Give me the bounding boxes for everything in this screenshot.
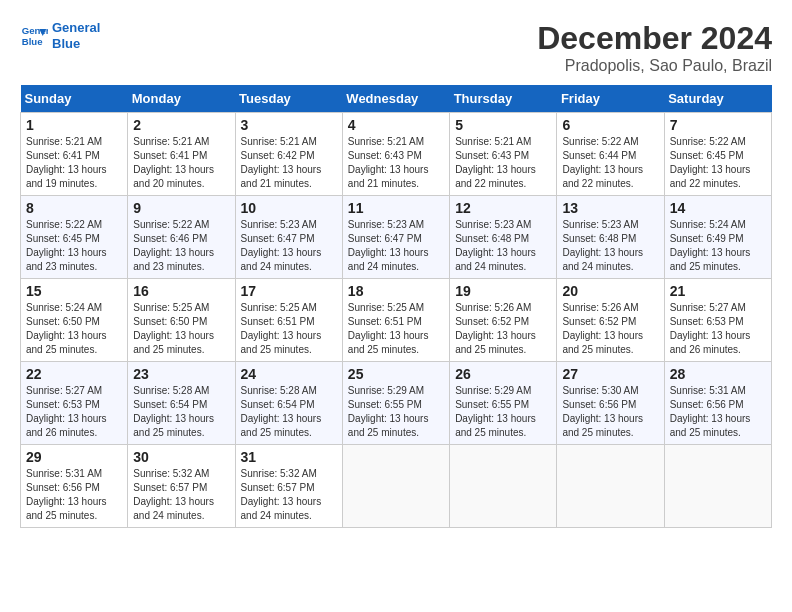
day-number: 30 [133,449,229,465]
calendar-cell: 6Sunrise: 5:22 AM Sunset: 6:44 PM Daylig… [557,113,664,196]
day-info: Sunrise: 5:29 AM Sunset: 6:55 PM Dayligh… [455,384,551,440]
calendar-table: SundayMondayTuesdayWednesdayThursdayFrid… [20,85,772,528]
day-info: Sunrise: 5:32 AM Sunset: 6:57 PM Dayligh… [241,467,337,523]
calendar-cell: 24Sunrise: 5:28 AM Sunset: 6:54 PM Dayli… [235,362,342,445]
calendar-cell: 13Sunrise: 5:23 AM Sunset: 6:48 PM Dayli… [557,196,664,279]
day-number: 24 [241,366,337,382]
calendar-header-row: SundayMondayTuesdayWednesdayThursdayFrid… [21,85,772,113]
calendar-week-4: 22Sunrise: 5:27 AM Sunset: 6:53 PM Dayli… [21,362,772,445]
day-info: Sunrise: 5:28 AM Sunset: 6:54 PM Dayligh… [241,384,337,440]
day-info: Sunrise: 5:21 AM Sunset: 6:41 PM Dayligh… [133,135,229,191]
calendar-cell: 10Sunrise: 5:23 AM Sunset: 6:47 PM Dayli… [235,196,342,279]
calendar-week-2: 8Sunrise: 5:22 AM Sunset: 6:45 PM Daylig… [21,196,772,279]
calendar-cell: 25Sunrise: 5:29 AM Sunset: 6:55 PM Dayli… [342,362,449,445]
day-info: Sunrise: 5:23 AM Sunset: 6:47 PM Dayligh… [241,218,337,274]
day-number: 2 [133,117,229,133]
day-number: 29 [26,449,122,465]
day-info: Sunrise: 5:32 AM Sunset: 6:57 PM Dayligh… [133,467,229,523]
logo-text: GeneralBlue [52,20,100,51]
title-area: December 2024 Pradopolis, Sao Paulo, Bra… [537,20,772,75]
calendar-cell: 2Sunrise: 5:21 AM Sunset: 6:41 PM Daylig… [128,113,235,196]
day-info: Sunrise: 5:25 AM Sunset: 6:51 PM Dayligh… [348,301,444,357]
day-number: 9 [133,200,229,216]
day-number: 5 [455,117,551,133]
day-info: Sunrise: 5:24 AM Sunset: 6:49 PM Dayligh… [670,218,766,274]
day-info: Sunrise: 5:21 AM Sunset: 6:43 PM Dayligh… [348,135,444,191]
calendar-cell: 18Sunrise: 5:25 AM Sunset: 6:51 PM Dayli… [342,279,449,362]
day-number: 4 [348,117,444,133]
calendar-cell [342,445,449,528]
day-number: 20 [562,283,658,299]
day-number: 31 [241,449,337,465]
logo: General Blue GeneralBlue [20,20,100,51]
header-day-thursday: Thursday [450,85,557,113]
calendar-cell: 12Sunrise: 5:23 AM Sunset: 6:48 PM Dayli… [450,196,557,279]
main-title: December 2024 [537,20,772,57]
calendar-cell: 4Sunrise: 5:21 AM Sunset: 6:43 PM Daylig… [342,113,449,196]
calendar-cell: 23Sunrise: 5:28 AM Sunset: 6:54 PM Dayli… [128,362,235,445]
day-number: 26 [455,366,551,382]
calendar-cell: 29Sunrise: 5:31 AM Sunset: 6:56 PM Dayli… [21,445,128,528]
subtitle: Pradopolis, Sao Paulo, Brazil [537,57,772,75]
calendar-cell: 31Sunrise: 5:32 AM Sunset: 6:57 PM Dayli… [235,445,342,528]
day-number: 23 [133,366,229,382]
calendar-week-1: 1Sunrise: 5:21 AM Sunset: 6:41 PM Daylig… [21,113,772,196]
day-number: 16 [133,283,229,299]
day-info: Sunrise: 5:22 AM Sunset: 6:44 PM Dayligh… [562,135,658,191]
day-info: Sunrise: 5:22 AM Sunset: 6:45 PM Dayligh… [26,218,122,274]
page-header: General Blue GeneralBlue December 2024 P… [20,20,772,75]
day-info: Sunrise: 5:26 AM Sunset: 6:52 PM Dayligh… [562,301,658,357]
calendar-cell: 15Sunrise: 5:24 AM Sunset: 6:50 PM Dayli… [21,279,128,362]
day-number: 21 [670,283,766,299]
day-number: 13 [562,200,658,216]
calendar-cell: 22Sunrise: 5:27 AM Sunset: 6:53 PM Dayli… [21,362,128,445]
calendar-week-3: 15Sunrise: 5:24 AM Sunset: 6:50 PM Dayli… [21,279,772,362]
day-info: Sunrise: 5:27 AM Sunset: 6:53 PM Dayligh… [26,384,122,440]
svg-text:Blue: Blue [22,35,43,46]
header-day-friday: Friday [557,85,664,113]
calendar-cell [664,445,771,528]
header-day-sunday: Sunday [21,85,128,113]
day-info: Sunrise: 5:27 AM Sunset: 6:53 PM Dayligh… [670,301,766,357]
day-number: 14 [670,200,766,216]
calendar-cell: 9Sunrise: 5:22 AM Sunset: 6:46 PM Daylig… [128,196,235,279]
day-info: Sunrise: 5:23 AM Sunset: 6:48 PM Dayligh… [455,218,551,274]
header-day-monday: Monday [128,85,235,113]
calendar-cell: 27Sunrise: 5:30 AM Sunset: 6:56 PM Dayli… [557,362,664,445]
day-info: Sunrise: 5:25 AM Sunset: 6:50 PM Dayligh… [133,301,229,357]
calendar-cell: 7Sunrise: 5:22 AM Sunset: 6:45 PM Daylig… [664,113,771,196]
day-info: Sunrise: 5:22 AM Sunset: 6:45 PM Dayligh… [670,135,766,191]
calendar-cell: 14Sunrise: 5:24 AM Sunset: 6:49 PM Dayli… [664,196,771,279]
day-number: 6 [562,117,658,133]
day-number: 3 [241,117,337,133]
day-number: 19 [455,283,551,299]
header-day-tuesday: Tuesday [235,85,342,113]
day-number: 7 [670,117,766,133]
day-number: 17 [241,283,337,299]
day-number: 10 [241,200,337,216]
day-info: Sunrise: 5:22 AM Sunset: 6:46 PM Dayligh… [133,218,229,274]
calendar-cell: 16Sunrise: 5:25 AM Sunset: 6:50 PM Dayli… [128,279,235,362]
calendar-week-5: 29Sunrise: 5:31 AM Sunset: 6:56 PM Dayli… [21,445,772,528]
calendar-cell: 1Sunrise: 5:21 AM Sunset: 6:41 PM Daylig… [21,113,128,196]
calendar-cell: 19Sunrise: 5:26 AM Sunset: 6:52 PM Dayli… [450,279,557,362]
day-info: Sunrise: 5:30 AM Sunset: 6:56 PM Dayligh… [562,384,658,440]
calendar-cell: 5Sunrise: 5:21 AM Sunset: 6:43 PM Daylig… [450,113,557,196]
day-info: Sunrise: 5:29 AM Sunset: 6:55 PM Dayligh… [348,384,444,440]
calendar-cell [557,445,664,528]
day-info: Sunrise: 5:21 AM Sunset: 6:43 PM Dayligh… [455,135,551,191]
day-number: 28 [670,366,766,382]
calendar-cell: 17Sunrise: 5:25 AM Sunset: 6:51 PM Dayli… [235,279,342,362]
header-day-wednesday: Wednesday [342,85,449,113]
day-info: Sunrise: 5:24 AM Sunset: 6:50 PM Dayligh… [26,301,122,357]
day-number: 22 [26,366,122,382]
day-number: 12 [455,200,551,216]
day-info: Sunrise: 5:31 AM Sunset: 6:56 PM Dayligh… [670,384,766,440]
calendar-cell: 20Sunrise: 5:26 AM Sunset: 6:52 PM Dayli… [557,279,664,362]
day-info: Sunrise: 5:31 AM Sunset: 6:56 PM Dayligh… [26,467,122,523]
day-info: Sunrise: 5:21 AM Sunset: 6:41 PM Dayligh… [26,135,122,191]
day-info: Sunrise: 5:28 AM Sunset: 6:54 PM Dayligh… [133,384,229,440]
day-number: 18 [348,283,444,299]
calendar-cell: 21Sunrise: 5:27 AM Sunset: 6:53 PM Dayli… [664,279,771,362]
day-number: 11 [348,200,444,216]
